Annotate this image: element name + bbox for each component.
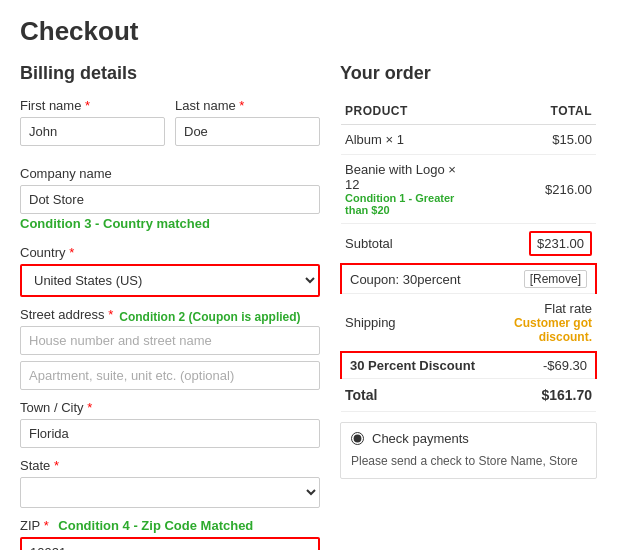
subtotal-row: Subtotal $231.00: [341, 224, 596, 265]
customer-discount-text: Customer got discount.: [480, 316, 592, 344]
coupon-cell: Coupon: 30percent [Remove]: [341, 264, 596, 294]
zip-input[interactable]: [20, 537, 320, 550]
discount-value: -$69.30: [543, 358, 587, 373]
apt-input[interactable]: [20, 361, 320, 390]
first-name-label: First name *: [20, 98, 165, 113]
table-row: Album × 1 $15.00: [341, 125, 596, 155]
table-row: Beanie with Logo × 12 Condition 1 - Grea…: [341, 155, 596, 224]
country-group: Country * United States (US): [20, 245, 320, 297]
order-section: Your order PRODUCT TOTAL Album × 1 $15.0…: [340, 63, 597, 550]
street-input[interactable]: [20, 326, 320, 355]
item1-name: Album × 1: [341, 125, 476, 155]
col-total: TOTAL: [476, 98, 596, 125]
condition3-text: Condition 3 - Country matched: [20, 216, 320, 231]
last-name-group: Last name *: [175, 98, 320, 146]
payment-desc: Please send a check to Store Name, Store: [351, 452, 586, 470]
total-label: Total: [341, 379, 476, 412]
discount-row: 30 Percent Discount -$69.30: [341, 352, 596, 379]
company-name-group: Company name Condition 3 - Country match…: [20, 166, 320, 235]
shipping-row: Shipping Flat rate Customer got discount…: [341, 294, 596, 353]
condition1-text: Condition 1 - Greater than $20: [345, 192, 472, 216]
coupon-label: Coupon: 30percent: [350, 272, 461, 287]
total-value: $161.70: [476, 379, 596, 412]
street-label: Street address *: [20, 307, 113, 322]
billing-section: Billing details First name * Last name *…: [20, 63, 320, 550]
col-product: PRODUCT: [341, 98, 476, 125]
shipping-label: Shipping: [341, 294, 476, 353]
condition4-text: Condition 4 - Zip Code Matched: [58, 518, 253, 533]
state-select[interactable]: [20, 477, 320, 508]
subtotal-value: $231.00: [476, 224, 596, 265]
street-address-group: Street address * Condition 2 (Coupon is …: [20, 307, 320, 390]
order-table: PRODUCT TOTAL Album × 1 $15.00 Beanie wi…: [340, 98, 597, 412]
item2-name: Beanie with Logo × 12 Condition 1 - Grea…: [341, 155, 476, 224]
discount-label: 30 Percent Discount: [350, 358, 475, 373]
coupon-row: Coupon: 30percent [Remove]: [341, 264, 596, 294]
payment-label: Check payments: [372, 431, 469, 446]
town-label: Town / City *: [20, 400, 320, 415]
zip-group: ZIP * Condition 4 - Zip Code Matched: [20, 518, 320, 550]
company-name-input[interactable]: [20, 185, 320, 214]
state-group: State *: [20, 458, 320, 508]
last-name-label: Last name *: [175, 98, 320, 113]
billing-title: Billing details: [20, 63, 320, 84]
town-input[interactable]: [20, 419, 320, 448]
item2-total: $216.00: [476, 155, 596, 224]
zip-label: ZIP * Condition 4 - Zip Code Matched: [20, 518, 320, 533]
total-row: Total $161.70: [341, 379, 596, 412]
town-group: Town / City *: [20, 400, 320, 448]
discount-cell: 30 Percent Discount -$69.30: [341, 352, 596, 379]
shipping-value: Flat rate Customer got discount.: [476, 294, 596, 353]
check-payment-radio[interactable]: [351, 432, 364, 445]
payment-section: Check payments Please send a check to St…: [340, 422, 597, 479]
page-title: Checkout: [20, 16, 597, 47]
item1-total: $15.00: [476, 125, 596, 155]
subtotal-label: Subtotal: [341, 224, 476, 265]
first-name-input[interactable]: [20, 117, 165, 146]
company-name-label: Company name: [20, 166, 320, 181]
state-label: State *: [20, 458, 320, 473]
country-select[interactable]: United States (US): [22, 266, 318, 295]
last-name-input[interactable]: [175, 117, 320, 146]
order-title: Your order: [340, 63, 597, 84]
coupon-remove[interactable]: [Remove]: [524, 270, 587, 288]
first-name-group: First name *: [20, 98, 165, 146]
country-label: Country *: [20, 245, 320, 260]
condition2-text: Condition 2 (Coupon is applied): [119, 310, 300, 324]
